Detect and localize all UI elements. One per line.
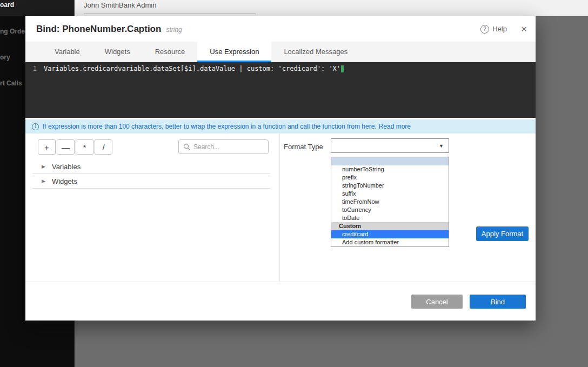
format-option-timefromnow[interactable]: timeFromNow bbox=[331, 198, 449, 206]
bind-button[interactable]: Bind bbox=[470, 295, 526, 309]
format-option-suffix[interactable]: suffix bbox=[331, 190, 449, 198]
editor-cursor bbox=[341, 65, 344, 72]
operator-toolbar: + — * / bbox=[38, 139, 112, 155]
dialog-tabs: Variable Widgets Resource Use Expression… bbox=[25, 42, 536, 62]
tab-variable[interactable]: Variable bbox=[42, 42, 92, 62]
divide-operator-button[interactable]: / bbox=[95, 139, 112, 155]
sidebar-item-dashboard: oard bbox=[0, 1, 14, 9]
info-icon: i bbox=[32, 123, 39, 130]
format-option-creditcard[interactable]: creditcard bbox=[331, 230, 449, 238]
minus-operator-button[interactable]: — bbox=[57, 139, 75, 155]
format-option-tocurrency[interactable]: toCurrency bbox=[331, 206, 449, 214]
info-banner: i If expression is more than 100 charact… bbox=[25, 119, 536, 134]
app-header-text: John SmithBank Admin bbox=[84, 1, 156, 9]
apply-format-button[interactable]: Apply Format bbox=[476, 226, 529, 241]
tree-node-label: Widgets bbox=[52, 177, 77, 185]
chevron-right-icon[interactable]: ▶ bbox=[42, 164, 45, 169]
info-text: If expression is more than 100 character… bbox=[43, 123, 377, 130]
format-group-custom: Custom bbox=[331, 222, 449, 230]
bind-dialog: Bind: PhoneNumber.Caption string ? Help … bbox=[25, 16, 536, 321]
line-number: 1 bbox=[25, 65, 44, 72]
format-option-prefix[interactable]: prefix bbox=[331, 174, 449, 182]
help-button[interactable]: Help bbox=[492, 25, 507, 33]
format-option-stringtonumber[interactable]: stringToNumber bbox=[331, 182, 449, 190]
search-box bbox=[178, 139, 269, 154]
tree-node-widgets[interactable]: ▶ Widgets bbox=[32, 174, 270, 189]
tab-localized-messages[interactable]: Localized Messages bbox=[271, 42, 360, 62]
chevron-right-icon[interactable]: ▶ bbox=[42, 178, 45, 184]
search-input[interactable] bbox=[193, 143, 258, 151]
format-option-numbertostring[interactable]: numberToString bbox=[331, 165, 449, 174]
plus-operator-button[interactable]: + bbox=[38, 139, 56, 155]
dialog-header-actions: ? Help × bbox=[480, 16, 527, 42]
help-icon[interactable]: ? bbox=[480, 25, 489, 34]
search-icon bbox=[183, 143, 190, 150]
close-icon[interactable]: × bbox=[521, 24, 527, 34]
format-option-todate[interactable]: toDate bbox=[331, 214, 449, 222]
tree-node-variables[interactable]: ▶ Variables bbox=[32, 159, 270, 174]
source-tree: ▶ Variables ▶ Widgets bbox=[32, 159, 270, 189]
tab-widgets[interactable]: Widgets bbox=[92, 42, 143, 62]
tree-node-label: Variables bbox=[52, 163, 81, 171]
format-type-dropdown: numberToString prefix stringToNumber suf… bbox=[331, 157, 449, 247]
screen: John SmithBank Admin oard ng Order ory r… bbox=[0, 0, 588, 367]
editor-line: 1 Variables.credicardvariable.dataSet[$i… bbox=[25, 65, 536, 72]
format-option-empty[interactable] bbox=[331, 157, 449, 165]
format-type-select[interactable]: ▼ bbox=[331, 138, 449, 153]
panel-divider bbox=[279, 134, 280, 282]
format-option-add-custom-formatter[interactable]: Add custom formatter bbox=[331, 238, 449, 246]
expression-editor[interactable]: 1 Variables.credicardvariable.dataSet[$i… bbox=[25, 62, 536, 118]
format-type-label: Format Type bbox=[284, 143, 323, 151]
read-more-link[interactable]: Read more bbox=[379, 123, 411, 130]
tab-resource[interactable]: Resource bbox=[143, 42, 198, 62]
expression-code[interactable]: Variables.credicardvariable.dataSet[$i].… bbox=[44, 65, 340, 72]
cancel-button[interactable]: Cancel bbox=[411, 295, 463, 309]
tab-use-expression[interactable]: Use Expression bbox=[197, 42, 271, 62]
dialog-title: Bind: PhoneNumber.Caption bbox=[36, 24, 161, 35]
dialog-subtitle: string bbox=[166, 24, 182, 34]
dialog-header: Bind: PhoneNumber.Caption string ? Help … bbox=[25, 16, 536, 42]
footer-divider bbox=[25, 282, 536, 282]
multiply-operator-button[interactable]: * bbox=[76, 139, 93, 155]
chevron-down-icon: ▼ bbox=[439, 143, 444, 149]
